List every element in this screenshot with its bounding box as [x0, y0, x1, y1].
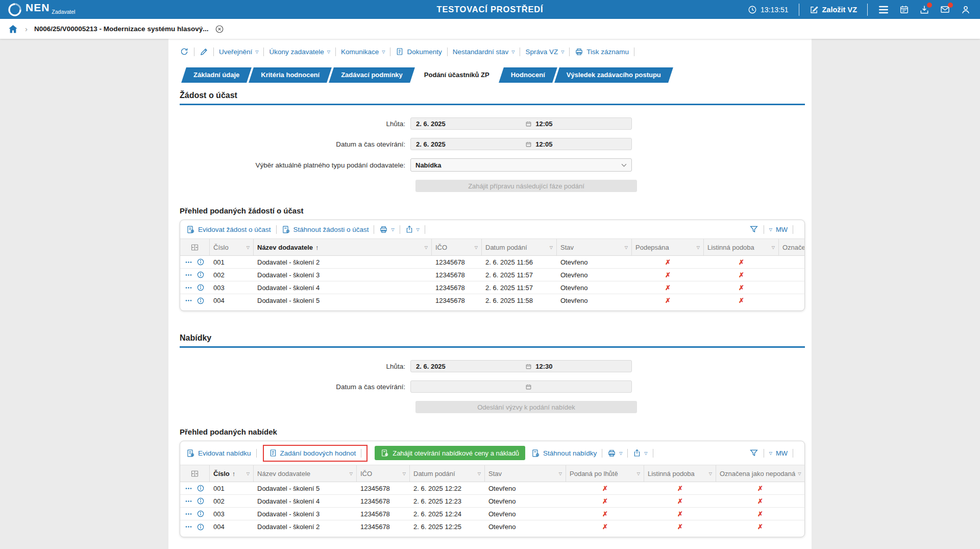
- column-header-nazev-dodavatele[interactable]: Název dodavatele▽: [254, 465, 357, 482]
- filter-caret-icon[interactable]: ▽: [472, 245, 478, 250]
- caret-down-icon[interactable]: ▽: [769, 228, 772, 232]
- tab-podani-ucastniku-zp[interactable]: Podání účastníků ZP: [414, 67, 499, 83]
- filter-caret-icon[interactable]: ▽: [622, 245, 628, 250]
- column-header-oznacena[interactable]: Označena jako nepodaná▽: [716, 465, 804, 482]
- export-table-button[interactable]: ▽: [405, 225, 420, 233]
- close-record-icon[interactable]: [215, 25, 224, 34]
- refresh-button[interactable]: [180, 47, 189, 56]
- filter-caret-icon[interactable]: ▽: [795, 471, 801, 476]
- zadani-bodovych-hodnot-button[interactable]: Zadání bodových hodnot: [269, 449, 356, 457]
- tab-vysledek-zadavaciho-postupu[interactable]: Výsledek zadávacího postupu: [557, 67, 671, 83]
- menu-ukony-zadavatele[interactable]: Úkony zadavatele ▽: [269, 48, 330, 56]
- row-info-icon[interactable]: [197, 497, 205, 505]
- menu-nestandardni-stav[interactable]: Nestandardní stav ▽: [453, 48, 515, 56]
- row-menu-icon[interactable]: [185, 261, 192, 264]
- tab-zadavaci-podminky[interactable]: Zadávací podmínky: [331, 67, 412, 83]
- view-preset-mw[interactable]: MW: [776, 449, 788, 457]
- filter-caret-icon[interactable]: ▽: [347, 471, 353, 476]
- filter-icon[interactable]: [749, 448, 758, 458]
- stahnout-zadosti-button[interactable]: Stáhnout žádosti o účast: [282, 225, 369, 234]
- row-menu-icon[interactable]: [185, 487, 192, 490]
- menu-uverejneni[interactable]: Uveřejnění ▽: [219, 48, 258, 56]
- zahajit-pripravu-button[interactable]: Zahájit přípravu následující fáze podání: [415, 180, 637, 192]
- row-info-icon[interactable]: [197, 484, 205, 492]
- row-info-icon[interactable]: [197, 271, 205, 279]
- column-header-ico[interactable]: IČO▽: [432, 239, 482, 255]
- column-header-cislo[interactable]: Číslo▽: [210, 239, 254, 255]
- filter-caret-icon[interactable]: ▽: [475, 471, 481, 476]
- column-settings-button[interactable]: [180, 239, 210, 255]
- row-info-icon[interactable]: [197, 523, 205, 531]
- caret-down-icon[interactable]: ▽: [769, 451, 772, 456]
- row-menu-icon[interactable]: [185, 299, 192, 302]
- filter-caret-icon[interactable]: ▽: [244, 245, 250, 250]
- filter-icon[interactable]: [749, 225, 758, 234]
- messages-button[interactable]: [940, 5, 950, 14]
- table-row[interactable]: 002 Dodavatel - školení 4 12345678 2. 6.…: [180, 495, 804, 508]
- create-vz-button[interactable]: Založit VZ: [810, 5, 857, 14]
- filter-caret-icon[interactable]: ▽: [422, 245, 428, 250]
- row-info-icon[interactable]: [197, 297, 205, 305]
- nabidky-lhuta-datetime-field[interactable]: 2. 6. 2025 12:30: [410, 360, 632, 372]
- nen-logo[interactable]: NEN Zadavatel: [7, 2, 75, 17]
- user-profile-button[interactable]: [961, 5, 971, 15]
- view-preset-mw[interactable]: MW: [776, 226, 788, 233]
- column-header-listinna-podoba[interactable]: Listinná podoba▽: [704, 239, 779, 255]
- column-header-listinna-podoba[interactable]: Listinná podoba▽: [644, 465, 716, 482]
- row-info-icon[interactable]: [197, 258, 205, 266]
- table-row[interactable]: 001 Dodavatel - školení 5 12345678 2. 6.…: [180, 482, 804, 495]
- row-menu-icon[interactable]: [185, 526, 192, 528]
- odeslani-vyzvy-button[interactable]: Odeslání výzvy k podání nabídek: [415, 401, 637, 413]
- column-header-ico[interactable]: IČO▽: [357, 465, 410, 482]
- filter-caret-icon[interactable]: ▽: [769, 245, 775, 250]
- evidovat-nabidku-button[interactable]: Evidovat nabídku: [186, 449, 251, 458]
- menu-sprava-vz[interactable]: Správa VZ ▽: [525, 48, 564, 56]
- column-header-podana-po-lhute[interactable]: Podaná po lhůtě▽: [566, 465, 644, 482]
- table-row[interactable]: 001 Dodavatel - školení 2 12345678 2. 6.…: [180, 256, 804, 269]
- row-menu-icon[interactable]: [185, 513, 192, 515]
- table-row[interactable]: 003 Dodavatel - školení 4 12345678 2. 6.…: [180, 281, 804, 294]
- row-info-icon[interactable]: [197, 510, 205, 518]
- column-header-oznacena[interactable]: Označena jako nepodaná: [779, 239, 804, 255]
- zahajit-otevirani-button[interactable]: Zahájit otevírání nabídkové ceny a nákla…: [375, 446, 525, 460]
- menu-dokumenty[interactable]: Dokumenty: [396, 47, 442, 56]
- breadcrumb-record-title[interactable]: N006/25/V00005213 - Modernizace systému …: [34, 25, 208, 33]
- column-header-podepsana[interactable]: Podepsána▽: [632, 239, 704, 255]
- column-header-datum-podani[interactable]: Datum podání▽: [482, 239, 557, 255]
- otevirani-datetime-field[interactable]: 2. 6. 2025 12:05: [410, 138, 632, 150]
- table-row[interactable]: 003 Dodavatel - školení 3 12345678 2. 6.…: [180, 508, 804, 520]
- row-info-icon[interactable]: [197, 283, 205, 292]
- downloads-button[interactable]: [919, 5, 929, 15]
- tab-hodnoceni[interactable]: Hodnocení: [501, 67, 555, 83]
- filter-caret-icon[interactable]: ▽: [400, 471, 406, 476]
- column-header-stav[interactable]: Stav▽: [485, 465, 566, 482]
- column-settings-button[interactable]: [180, 465, 210, 482]
- column-header-nazev-dodavatele[interactable]: Název dodavatele↑▽: [254, 239, 432, 255]
- filter-caret-icon[interactable]: ▽: [694, 245, 700, 250]
- column-header-datum-podani[interactable]: Datum podání▽: [410, 465, 485, 482]
- row-menu-icon[interactable]: [185, 500, 192, 503]
- menu-tisk-zaznamu[interactable]: Tisk záznamu: [575, 47, 629, 56]
- column-header-stav[interactable]: Stav▽: [557, 239, 632, 255]
- edit-record-button[interactable]: [200, 47, 208, 56]
- print-table-button[interactable]: ▽: [607, 449, 622, 458]
- lhuta-datetime-field[interactable]: 2. 6. 2025 12:05: [410, 117, 632, 130]
- menu-komunikace[interactable]: Komunikace ▽: [341, 48, 385, 56]
- filter-caret-icon[interactable]: ▽: [547, 245, 553, 250]
- print-table-button[interactable]: ▽: [379, 225, 394, 234]
- evidovat-zadost-button[interactable]: Evidovat žádost o účast: [186, 225, 271, 234]
- typ-podani-select[interactable]: Nabídka: [410, 158, 632, 172]
- table-row[interactable]: 004 Dodavatel - školení 5 12345678 2. 6.…: [180, 294, 804, 307]
- export-table-button[interactable]: ▽: [633, 449, 647, 457]
- filter-caret-icon[interactable]: ▽: [634, 471, 640, 476]
- filter-caret-icon[interactable]: ▽: [244, 471, 250, 476]
- menu-button[interactable]: [878, 5, 889, 14]
- filter-caret-icon[interactable]: ▽: [706, 471, 712, 476]
- tab-kriteria-hodnoceni[interactable]: Kritéria hodnocení: [251, 67, 329, 83]
- stahnout-nabidky-button[interactable]: Stáhnout nabídky: [531, 449, 597, 458]
- nabidky-otevirani-datetime-field[interactable]: [410, 380, 632, 393]
- column-header-cislo[interactable]: Číslo↑▽: [210, 465, 254, 482]
- calendar-button[interactable]: [899, 5, 909, 14]
- table-row[interactable]: 002 Dodavatel - školení 3 12345678 2. 6.…: [180, 269, 804, 281]
- row-menu-icon[interactable]: [185, 274, 192, 276]
